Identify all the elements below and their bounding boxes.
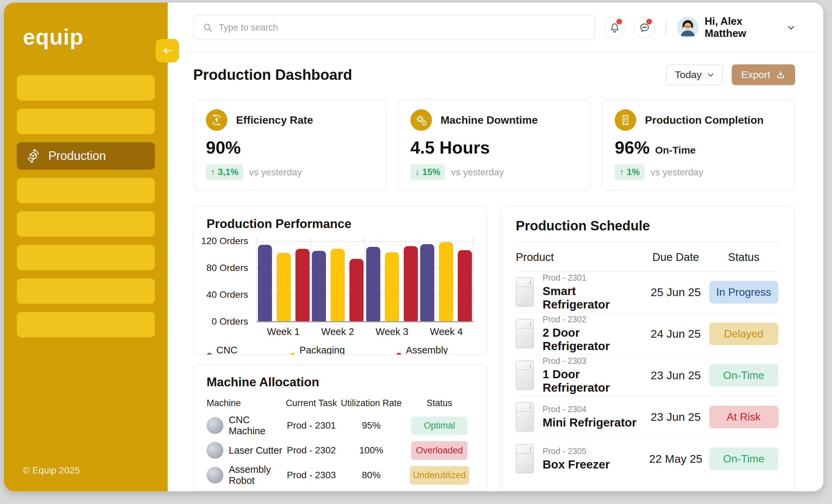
allocation-title: Machine Allocation <box>207 375 473 389</box>
kpi-head: Machine Downtime <box>411 109 578 131</box>
machine-cell: Laser Cutter <box>207 442 285 459</box>
schedule-rows: Prod - 2301Smart Refrigerator25 Jun 25In… <box>516 272 780 479</box>
chart-bar <box>458 250 472 321</box>
page-title: Production Dashboard <box>193 67 352 83</box>
plot-area <box>256 238 473 322</box>
bar-chart: 120 Orders80 Orders40 Orders0 Orders Wee… <box>207 238 473 337</box>
sidebar-item-placeholder[interactable] <box>17 109 155 134</box>
kpi-card: Efficiency Rate90%↑3,1%vs yesterday <box>193 99 386 191</box>
kpi-head: Efficiency Rate <box>206 109 373 131</box>
chart-bar <box>439 242 453 321</box>
sidebar-item-placeholder[interactable] <box>17 75 155 101</box>
allocation-rows: CNC MachineProd - 230195%OptimalLaser Cu… <box>207 413 473 487</box>
kpi-row: Efficiency Rate90%↑3,1%vs yesterdayMachi… <box>193 99 795 191</box>
column-header: Due Date <box>644 251 708 264</box>
x-axis-label: Week 4 <box>419 326 473 337</box>
legend-dot <box>290 353 295 355</box>
kpi-card: Machine Downtime4.5 Hours↓15%vs yesterda… <box>398 99 591 191</box>
sidebar: equip Production © Equip 2025 <box>4 3 168 491</box>
chevron-down-icon <box>707 71 714 78</box>
x-axis-label: Week 3 <box>365 326 419 337</box>
kpi-delta-badge: ↑3,1% <box>206 164 243 180</box>
product-code: Prod - 2302 <box>543 315 644 324</box>
utilization-rate: 100% <box>337 445 405 456</box>
product-name: 2 Door Refrigerator <box>543 326 644 353</box>
sidebar-item-placeholder[interactable] <box>17 245 155 270</box>
chart-bar <box>420 244 434 321</box>
due-date: 24 Jun 25 <box>644 327 708 340</box>
messages-button[interactable] <box>634 17 655 38</box>
sidebar-item-production[interactable]: Production <box>17 142 155 170</box>
sidebar-item-placeholder[interactable] <box>17 211 155 237</box>
kpi-delta-value: 3,1% <box>218 167 239 177</box>
chart-bar <box>349 259 364 321</box>
x-axis-label: Week 1 <box>256 326 311 337</box>
divider <box>666 19 666 36</box>
product-cell: Prod - 23031 Door Refrigerator <box>516 356 644 394</box>
kpi-delta-value: 15% <box>422 167 440 177</box>
kpi-value-row: 4.5 Hours <box>411 137 578 158</box>
date-filter-button[interactable]: Today <box>666 64 723 85</box>
production-performance-card: Production Performance 120 Orders80 Orde… <box>193 206 487 355</box>
current-task: Prod - 2302 <box>285 445 337 456</box>
kpi-compare-label: vs yesterday <box>249 167 302 178</box>
arrow-down-icon: ↓ <box>415 167 420 177</box>
sidebar-item-placeholder[interactable] <box>17 312 155 337</box>
product-code: Prod - 2304 <box>543 404 636 414</box>
sidebar-nav: Production <box>17 75 155 337</box>
column-header: Utilization Rate <box>337 398 405 408</box>
column-header: Product <box>516 251 644 264</box>
schedule-title: Production Schedule <box>516 218 780 233</box>
notifications-button[interactable] <box>604 17 625 38</box>
chart-legend: CNC MachinePackaging MachineAssembly Rob… <box>207 345 473 355</box>
product-name: 1 Door Refrigerator <box>543 368 644 394</box>
sidebar-collapse-button[interactable] <box>156 39 179 62</box>
kpi-head: Production Completion <box>615 109 782 131</box>
chart-bar <box>366 247 380 321</box>
table-row: Assembly RobotProd - 230380%Underutilize… <box>207 463 473 487</box>
machine-cell: CNC Machine <box>207 415 285 436</box>
status-badge: Delayed <box>709 323 778 345</box>
machine-name: Laser Cutter <box>229 445 282 456</box>
product-cell: Prod - 2305Box Freezer <box>516 444 644 474</box>
legend-label: Assembly Robot <box>406 345 473 355</box>
table-row: Prod - 2304Mini Refrigerator23 Jun 25At … <box>516 396 780 438</box>
week-group <box>365 238 419 321</box>
sidebar-item-placeholder[interactable] <box>17 278 155 304</box>
kpi-value: 4.5 Hours <box>411 137 490 158</box>
kpi-delta-badge: ↓15% <box>411 164 445 180</box>
product-thumbnail <box>516 444 534 474</box>
column-header: Status <box>708 251 780 264</box>
brand-logo: equip <box>23 24 155 50</box>
chart-bar <box>385 252 399 321</box>
header-actions: Today Export <box>666 64 795 85</box>
sidebar-item-label: Production <box>48 149 106 163</box>
sidebar-item-placeholder[interactable] <box>17 178 155 203</box>
machine-cell: Assembly Robot <box>207 464 285 486</box>
profile-menu[interactable]: Hi, Alex Matthew <box>677 16 795 39</box>
legend-item: Assembly Robot <box>396 345 473 355</box>
search-input[interactable] <box>219 23 586 33</box>
product-info: Prod - 2301Smart Refrigerator <box>543 273 644 311</box>
product-thumbnail <box>516 319 534 348</box>
kpi-value: 96% <box>615 137 650 158</box>
column-header: Status <box>406 398 473 408</box>
product-thumbnail <box>516 361 534 390</box>
x-axis-label: Week 2 <box>311 326 365 337</box>
charts-row: Production Performance 120 Orders80 Orde… <box>193 206 795 491</box>
production-schedule-card: Production Schedule ProductDue DateStatu… <box>500 206 795 491</box>
status-badge: On-Time <box>709 448 778 470</box>
x-axis-labels: Week 1Week 2Week 3Week 4 <box>256 326 473 337</box>
allocation-header: MachineCurrent TaskUtilization RateStatu… <box>207 398 473 408</box>
sidebar-group-bottom <box>17 178 155 337</box>
copyright: © Equip 2025 <box>23 465 80 476</box>
status-badge: On-Time <box>709 364 778 387</box>
kpi-delta-row: ↑3,1%vs yesterday <box>206 164 373 180</box>
export-button[interactable]: Export <box>732 64 795 85</box>
production-cube-icon <box>25 148 41 164</box>
kpi-compare-label: vs yesterday <box>451 167 504 178</box>
chart-bar <box>295 249 310 321</box>
y-axis-tick: 120 Orders <box>201 236 248 246</box>
product-code: Prod - 2301 <box>543 273 644 283</box>
search-icon <box>203 23 213 32</box>
